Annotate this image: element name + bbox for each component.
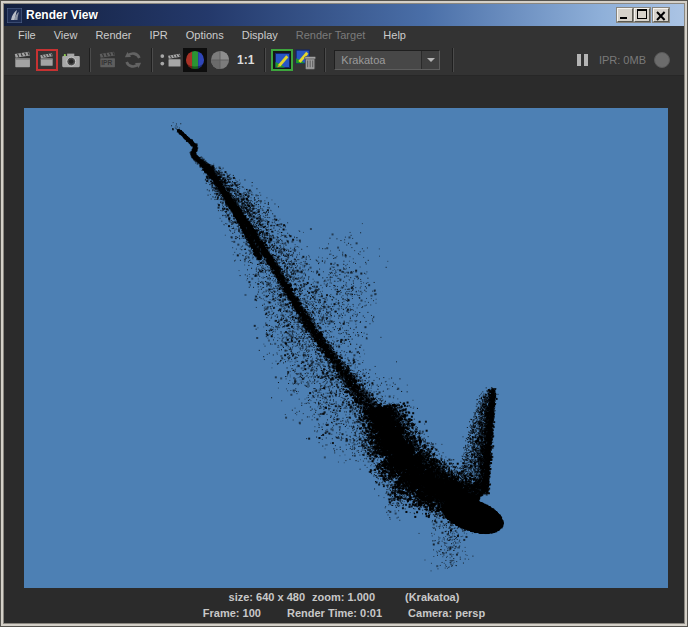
ipr-memory-label: IPR: 0MB xyxy=(599,54,646,66)
redo-previous-render-button[interactable] xyxy=(36,49,58,71)
keep-image-button[interactable] xyxy=(271,49,293,71)
menubar: File View Render IPR Options Display Ren… xyxy=(4,26,684,45)
real-size-button[interactable]: 1:1 xyxy=(233,48,258,72)
render-current-frame-button[interactable] xyxy=(11,48,35,72)
region-clapperboard-icon xyxy=(159,49,181,71)
menu-view[interactable]: View xyxy=(45,26,87,45)
window-controls xyxy=(616,8,669,22)
toolbar-separator xyxy=(324,48,325,72)
ipr-render-button: IPR xyxy=(96,48,120,72)
refresh-icon xyxy=(122,49,144,71)
toolbar: IPR xyxy=(4,45,684,76)
refresh-ipr-button xyxy=(121,48,145,72)
display-alpha-button[interactable] xyxy=(208,48,232,72)
status-line-2: Frame: 100 Render Time: 0:01 Camera: per… xyxy=(4,607,684,619)
real-size-label: 1:1 xyxy=(233,53,258,67)
render-target-value: Krakatoa xyxy=(335,51,421,69)
ipr-clapperboard-icon: IPR xyxy=(97,49,119,71)
status-size: size: 640 x 480 xyxy=(229,591,305,603)
app-icon xyxy=(7,8,22,23)
rgb-channels-icon xyxy=(183,48,207,72)
menu-render[interactable]: Render xyxy=(86,26,140,45)
render-client-area: size: 640 x 480 zoom: 1.000 (Krakatoa) F… xyxy=(4,76,684,623)
menu-file[interactable]: File xyxy=(9,26,45,45)
minimize-button[interactable] xyxy=(617,8,633,22)
status-zoom: zoom: 1.000 xyxy=(312,591,375,603)
render-region-button[interactable] xyxy=(158,48,182,72)
clapperboard-icon xyxy=(12,49,34,71)
clapperboard-selected-icon xyxy=(38,51,56,69)
render-view-window: Render View File View Render IPR Options… xyxy=(0,0,688,627)
status-frame: Frame: 100 xyxy=(203,607,261,619)
menu-options[interactable]: Options xyxy=(177,26,233,45)
render-target-dropdown[interactable]: Krakatoa xyxy=(334,50,440,70)
snapshot-button[interactable] xyxy=(59,48,83,72)
titlebar[interactable]: Render View xyxy=(4,4,684,26)
close-button[interactable] xyxy=(653,8,669,22)
render-image[interactable] xyxy=(24,108,668,588)
toolbar-right-group: IPR: 0MB xyxy=(577,52,684,68)
menu-help[interactable]: Help xyxy=(374,26,415,45)
menu-ipr[interactable]: IPR xyxy=(140,26,176,45)
minimize-icon xyxy=(620,17,627,19)
menu-display[interactable]: Display xyxy=(233,26,287,45)
menu-render-target: Render Target xyxy=(287,26,375,45)
remove-image-button[interactable] xyxy=(294,48,318,72)
camera-icon xyxy=(60,49,82,71)
status-renderer: (Krakatoa) xyxy=(405,591,459,603)
dropdown-arrow-button[interactable] xyxy=(421,51,439,69)
remove-image-icon xyxy=(295,49,317,71)
close-icon xyxy=(654,9,668,21)
status-render-time: Render Time: 0:01 xyxy=(287,607,382,619)
status-camera: Camera: persp xyxy=(408,607,485,619)
toolbar-separator xyxy=(89,48,90,72)
window-title: Render View xyxy=(26,4,616,26)
toolbar-separator xyxy=(264,48,265,72)
keep-image-icon xyxy=(275,53,290,68)
alpha-channel-icon xyxy=(208,48,232,72)
display-rgb-button[interactable] xyxy=(183,48,207,72)
chevron-down-icon xyxy=(427,58,435,62)
pause-ipr-icon[interactable] xyxy=(577,54,591,66)
toolbar-separator xyxy=(151,48,152,72)
ipr-indicator-icon xyxy=(654,52,670,68)
maximize-icon xyxy=(637,9,647,19)
maximize-button[interactable] xyxy=(634,8,650,22)
toolbar-separator xyxy=(452,48,453,72)
status-line-1: size: 640 x 480 zoom: 1.000 (Krakatoa) xyxy=(4,591,684,603)
svg-text:IPR: IPR xyxy=(101,59,112,66)
